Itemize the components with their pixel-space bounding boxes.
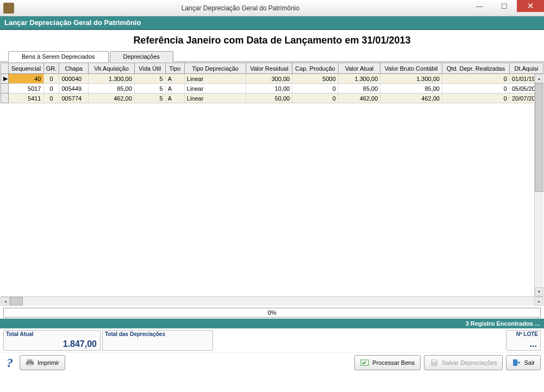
progress-bar: 0% — [3, 308, 541, 318]
cell[interactable]: 85,00 — [89, 84, 135, 94]
cell[interactable]: Linear — [184, 84, 246, 94]
cell[interactable]: 005449 — [59, 84, 89, 94]
table-row[interactable]: 5017 0 005449 85,00 5 A Linear 10,00 0 8… — [1, 84, 543, 94]
total-depr-box: Total das Depreciações — [102, 330, 213, 351]
cell[interactable]: 5 — [134, 94, 165, 103]
cell[interactable]: 462,00 — [89, 94, 135, 103]
footer-toolbar: ? Imprimir Processar Bens Salvar Depreci… — [0, 352, 544, 372]
cell[interactable]: 85,00 — [380, 84, 442, 94]
status-bar: 3 Registro Encontrados ... — [0, 319, 544, 328]
cell[interactable]: Linear — [184, 74, 246, 84]
cell[interactable]: 0 — [442, 94, 509, 103]
total-atual-box: Total Atual 1.847,00 — [3, 330, 101, 351]
cell[interactable]: 1.300,00 — [89, 74, 135, 84]
grid-header-row: Sequencial GR. Chapa Vlr.Aquisição Vida … — [1, 63, 543, 74]
cell[interactable]: 40 — [9, 74, 43, 84]
window-titlebar: Lançar Depreciação Geral do Patrimônio —… — [0, 0, 544, 16]
salvar-label: Salvar Depreciações — [442, 359, 497, 366]
data-grid[interactable]: Sequencial GR. Chapa Vlr.Aquisição Vida … — [1, 63, 543, 103]
cell[interactable]: 300,00 — [246, 74, 292, 84]
col-sequencial[interactable]: Sequencial — [9, 63, 43, 74]
cell[interactable]: 000040 — [59, 74, 89, 84]
cell[interactable]: 50,00 — [246, 94, 292, 103]
imprimir-button[interactable]: Imprimir — [20, 355, 65, 370]
scroll-down-icon[interactable]: ▾ — [535, 287, 543, 296]
cell[interactable]: 0 — [43, 84, 59, 94]
col-valor-residual[interactable]: Valor Residual — [246, 63, 292, 74]
cell[interactable]: A — [165, 94, 184, 103]
svg-rect-0 — [27, 359, 33, 362]
row-marker — [1, 84, 9, 94]
col-valor-atual[interactable]: Valor Atual — [338, 63, 380, 74]
col-tipo-depreciacao[interactable]: Tipo Depreciação — [184, 63, 246, 74]
minimize-button[interactable]: — — [467, 0, 492, 12]
col-valor-bruto[interactable]: Valor Bruto Contábil — [380, 63, 442, 74]
cell[interactable]: 85,00 — [338, 84, 380, 94]
window-title: Lançar Depreciação Geral do Patrimônio — [14, 4, 467, 12]
lote-box: Nº LOTE ... — [506, 330, 541, 351]
tab-bens[interactable]: Bens à Serem Depreciados — [8, 51, 109, 62]
cell[interactable]: A — [165, 84, 184, 94]
total-atual-label: Total Atual — [6, 331, 34, 337]
tab-depreciacoes[interactable]: Depreciações — [110, 51, 173, 62]
totals-panel: Total Atual 1.847,00 Total das Depreciaç… — [0, 328, 544, 352]
cell[interactable]: 5017 — [9, 84, 43, 94]
process-icon — [360, 358, 369, 367]
total-depr-label: Total das Depreciações — [105, 331, 165, 337]
sair-label: Sair — [524, 359, 535, 366]
cell[interactable]: 0 — [43, 94, 59, 103]
row-marker — [1, 94, 9, 103]
vertical-scrollbar[interactable]: ▴ ▾ — [534, 74, 543, 296]
scroll-right-icon[interactable]: ▸ — [534, 297, 543, 306]
cell[interactable]: 0 — [442, 74, 509, 84]
col-cap-producao[interactable]: Cap. Produção — [292, 63, 339, 74]
cell[interactable]: 0 — [43, 74, 59, 84]
sair-button[interactable]: Sair — [506, 355, 541, 370]
col-chapa[interactable]: Chapa — [59, 63, 89, 74]
close-button[interactable]: ✕ — [517, 0, 544, 12]
processar-label: Processar Bens — [372, 359, 415, 366]
processar-button[interactable]: Processar Bens — [354, 355, 421, 370]
help-icon[interactable]: ? — [3, 356, 16, 370]
col-qtd-depr[interactable]: Qtd. Depr. Realizadas — [442, 63, 509, 74]
form-title: Lançar Depreciação Geral do Patrimônio — [0, 16, 544, 30]
exit-icon — [512, 358, 521, 367]
cell[interactable]: 10,00 — [246, 84, 292, 94]
cell[interactable]: 005774 — [59, 94, 89, 103]
row-marker-header — [1, 63, 9, 74]
row-pointer-icon: ▶ — [1, 74, 9, 84]
scroll-thumb[interactable] — [10, 297, 23, 306]
cell[interactable]: 0 — [292, 84, 339, 94]
imprimir-label: Imprimir — [37, 359, 59, 366]
table-row[interactable]: 5411 0 005774 462,00 5 A Linear 50,00 0 … — [1, 94, 543, 103]
print-icon — [26, 358, 34, 367]
save-icon — [430, 358, 439, 367]
cell[interactable]: 5 — [134, 74, 165, 84]
col-gr[interactable]: GR. — [43, 63, 59, 74]
cell[interactable]: 0 — [442, 84, 509, 94]
scroll-thumb[interactable] — [535, 83, 543, 192]
table-row[interactable]: ▶ 40 0 000040 1.300,00 5 A Linear 300,00… — [1, 74, 543, 84]
cell[interactable]: 5411 — [9, 94, 43, 103]
lote-label: Nº LOTE — [516, 331, 538, 337]
cell[interactable]: 5000 — [292, 74, 339, 84]
maximize-button[interactable]: ☐ — [492, 0, 517, 12]
cell[interactable]: 0 — [292, 94, 339, 103]
tab-bar: Bens à Serem Depreciados Depreciações — [0, 51, 544, 62]
cell[interactable]: 1.300,00 — [380, 74, 442, 84]
app-icon — [3, 3, 14, 14]
salvar-button[interactable]: Salvar Depreciações — [424, 355, 503, 370]
cell[interactable]: 462,00 — [380, 94, 442, 103]
cell[interactable]: 5 — [134, 84, 165, 94]
col-dt-aquisi[interactable]: Dt.Aquisi — [509, 63, 543, 74]
scroll-left-icon[interactable]: ◂ — [1, 297, 10, 306]
horizontal-scrollbar[interactable]: ◂ ▸ — [1, 296, 543, 306]
cell[interactable]: 1.300,00 — [338, 74, 380, 84]
col-vida-util[interactable]: Vida Útil — [134, 63, 165, 74]
col-vlr-aquisicao[interactable]: Vlr.Aquisição — [89, 63, 135, 74]
cell[interactable]: 462,00 — [338, 94, 380, 103]
cell[interactable]: Linear — [184, 94, 246, 103]
scroll-up-icon[interactable]: ▴ — [535, 74, 543, 83]
col-tipo[interactable]: Tipo — [165, 63, 184, 74]
cell[interactable]: A — [165, 74, 184, 84]
